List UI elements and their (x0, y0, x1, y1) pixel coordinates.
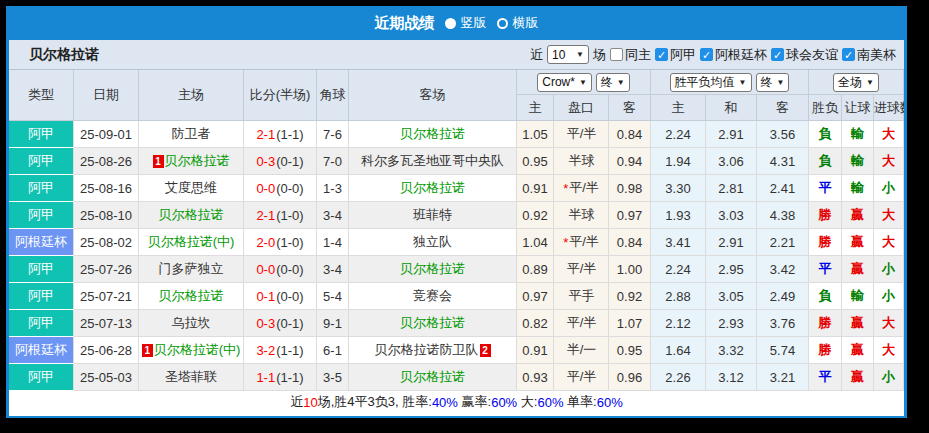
league-type-cell: 阿甲 (9, 175, 74, 202)
date-cell: 25-07-13 (74, 310, 139, 337)
over-rate: 60% (537, 395, 563, 410)
filter-bar: 贝尔格拉诺 近 10 ▼ 场 同主 ✓ 阿甲 ✓ 阿根廷杯 ✓ 球会友谊 (9, 40, 904, 70)
league-type-cell: 阿甲 (9, 283, 74, 310)
handicap-star: * (563, 235, 568, 250)
halftime-score: (0-0) (276, 181, 303, 196)
avg-draw-odds-cell: 3.32 (706, 337, 757, 364)
recent-count-select[interactable]: 10 ▼ (547, 45, 589, 64)
col-header-away: 客场 (349, 70, 517, 121)
score-cell: 0-0 (0-0) (244, 256, 317, 283)
odds-source-select[interactable]: Crow* ▼ (537, 73, 592, 92)
scope-select[interactable]: 全场 ▼ (833, 73, 879, 92)
goals-result-cell: 小 (874, 256, 904, 283)
score-cell: 2-1 (1-0) (244, 202, 317, 229)
chevron-down-icon: ▼ (777, 78, 785, 87)
league-type-cell: 阿甲 (9, 202, 74, 229)
home-team-cell: 1 贝尔格拉诺 (139, 148, 244, 175)
corner-cell: 9-1 (317, 310, 349, 337)
date-cell: 25-09-01 (74, 121, 139, 148)
odds-time-select[interactable]: 终 ▼ (596, 73, 630, 92)
radio-unselected-icon (497, 18, 508, 29)
result-cell: 負 (809, 121, 842, 148)
date-cell: 25-08-26 (74, 148, 139, 175)
league-checkbox-2[interactable]: ✓ 球会友谊 (771, 46, 838, 64)
avg-time-select[interactable]: 终 ▼ (756, 73, 790, 92)
radio-vertical-label: 竖版 (461, 14, 487, 32)
away-team-name: 科尔多瓦圣地亚哥中央队 (361, 152, 504, 170)
window-title: 近期战绩 (375, 14, 435, 33)
avg-away-odds-cell: 2.21 (757, 229, 809, 256)
halftime-score: (0-0) (276, 289, 303, 304)
home-team-name: 防卫者 (172, 125, 211, 143)
crown-away-odds-cell: 1.07 (609, 310, 651, 337)
away-team-cell: 独立队 (349, 229, 517, 256)
result-cell: 勝 (809, 310, 842, 337)
home-team-name: 贝尔格拉诺(中) (154, 341, 241, 359)
league-checkbox-3[interactable]: ✓ 南美杯 (842, 46, 896, 64)
handicap-cell: 半球 (554, 148, 609, 175)
league-checkbox-1[interactable]: ✓ 阿根廷杯 (700, 46, 767, 64)
fulltime-score: 0-0 (256, 181, 275, 196)
result-cell: 平 (809, 256, 842, 283)
league-checkbox-0[interactable]: ✓ 阿甲 (655, 46, 696, 64)
avg-select-group: 胜平负均值 ▼ 终 ▼ (651, 70, 809, 95)
goals-result-cell: 小 (874, 175, 904, 202)
result-cell: 平 (809, 175, 842, 202)
home-team-name: 贝尔格拉诺 (165, 152, 230, 170)
avg-type-select[interactable]: 胜平负均值 ▼ (670, 73, 752, 92)
avg-home-odds-cell: 3.30 (651, 175, 706, 202)
away-team-cell: 贝尔格拉诺 (349, 310, 517, 337)
fulltime-score: 0-1 (256, 289, 275, 304)
away-team-cell: 贝尔格拉诺防卫队 2 (349, 337, 517, 364)
handicap-cell: 平/半 (554, 256, 609, 283)
date-cell: 25-08-02 (74, 229, 139, 256)
handicap-result-cell: 贏 (842, 337, 874, 364)
handicap-result-cell: 贏 (842, 364, 874, 391)
away-team-name: 独立队 (413, 233, 452, 251)
corner-cell: 7-6 (317, 121, 349, 148)
goals-result-cell: 小 (874, 364, 904, 391)
halftime-score: (1-1) (276, 127, 303, 142)
handicap-result-cell: 贏 (842, 229, 874, 256)
away-team-cell: 贝尔格拉诺 (349, 256, 517, 283)
same-host-checkbox[interactable]: 同主 (610, 46, 651, 64)
away-team-name: 贝尔格拉诺防卫队 (375, 341, 479, 359)
crown-away-odds-cell: 0.96 (609, 364, 651, 391)
radio-horizontal-layout[interactable]: 横版 (497, 14, 539, 32)
team-name: 贝尔格拉诺 (29, 46, 99, 64)
date-cell: 25-08-16 (74, 175, 139, 202)
fulltime-score: 2-1 (256, 208, 275, 223)
avg-draw-odds-cell: 2.93 (706, 310, 757, 337)
away-team-name: 贝尔格拉诺 (400, 125, 465, 143)
handicap-result-cell: 贏 (842, 202, 874, 229)
home-team-name: 贝尔格拉诺 (159, 206, 224, 224)
goals-result-cell: 小 (874, 283, 904, 310)
subcol-avg-draw: 和 (706, 95, 757, 121)
result-cell: 勝 (809, 337, 842, 364)
handicap-result-cell: 輸 (842, 283, 874, 310)
summary-text: 近 (290, 393, 303, 411)
fulltime-score: 0-0 (256, 262, 275, 277)
radio-vertical-layout[interactable]: 竖版 (445, 14, 487, 32)
home-team-cell: 贝尔格拉诺 (139, 202, 244, 229)
halftime-score: (1-1) (276, 370, 303, 385)
chevron-down-icon: ▼ (617, 78, 625, 87)
handicap-cell: 平/半 (554, 364, 609, 391)
crown-away-odds-cell: 0.84 (609, 121, 651, 148)
avg-away-odds-cell: 3.56 (757, 121, 809, 148)
corner-cell: 3-4 (317, 202, 349, 229)
chevron-down-icon: ▼ (739, 78, 747, 87)
avg-draw-odds-cell: 3.12 (706, 364, 757, 391)
home-rank-badge: 1 (153, 155, 164, 168)
corner-cell: 1-4 (317, 229, 349, 256)
checkbox-checked-icon: ✓ (842, 48, 855, 61)
league-type-cell: 阿根廷杯 (9, 337, 74, 364)
summary-bar: 近 10 场,胜4平3负3, 胜率: 40% 赢率: 60% 大: 60% 单率… (9, 391, 904, 413)
home-team-name: 门多萨独立 (159, 260, 224, 278)
avg-away-odds-cell: 4.38 (757, 202, 809, 229)
checkbox-unchecked-icon (610, 48, 623, 61)
col-header-corner: 角球 (317, 70, 349, 121)
away-team-name: 贝尔格拉诺 (400, 179, 465, 197)
corner-cell: 5-4 (317, 283, 349, 310)
crown-home-odds-cell: 0.97 (517, 283, 554, 310)
